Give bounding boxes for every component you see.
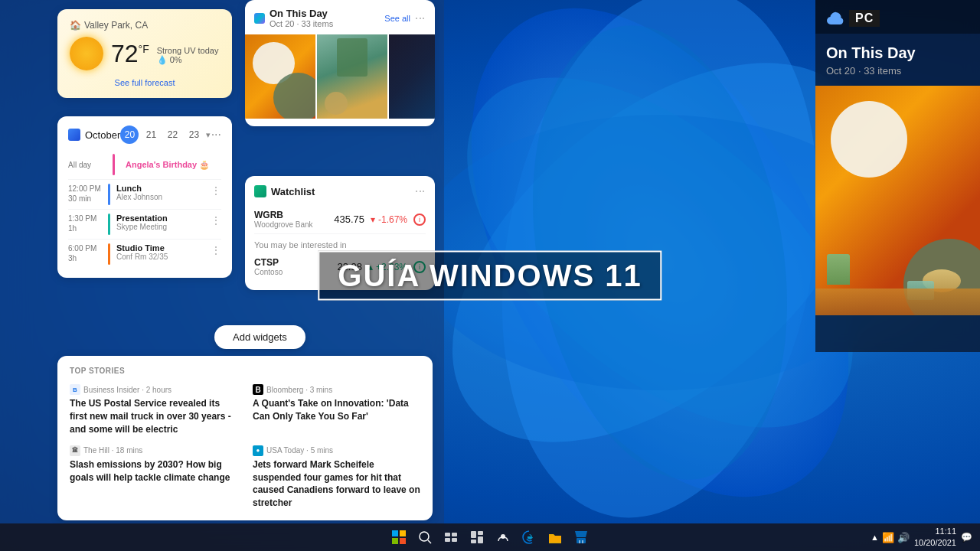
svg-rect-21 [577, 538, 586, 543]
calendar-days-nav: 20 21 22 23 ▾ [120, 126, 211, 144]
weather-rain: 💧 0% [157, 55, 219, 65]
photo-interior-bg [317, 34, 387, 119]
event-bar-orange [108, 243, 110, 265]
calendar-widget: October 20 21 22 23 ▾ ··· All day Angela… [57, 116, 232, 278]
photos-see-all-link[interactable]: See all [384, 14, 410, 23]
home-icon: 🏠 [70, 20, 81, 31]
see-forecast-link[interactable]: See full forecast [70, 78, 220, 87]
svg-point-10 [420, 532, 429, 541]
event-more-icon2[interactable]: ⋮ [211, 214, 221, 227]
taskbar: ▲ 📶 🔊 11:11 10/20/2021 💬 [0, 523, 980, 551]
hill-icon: 🏛 [70, 445, 80, 456]
svg-rect-12 [445, 533, 450, 536]
stocks-title: Watchlist [271, 186, 315, 197]
otd-circle1 [831, 101, 907, 178]
on-this-day-image[interactable] [815, 86, 980, 315]
event-bar-pink [113, 154, 115, 175]
start-button[interactable] [388, 527, 410, 548]
pc-logo: PC [849, 10, 880, 27]
store-button[interactable] [570, 527, 592, 548]
weather-temperature: 72°F [111, 41, 149, 66]
photos-more-button[interactable]: ⋮ [414, 13, 426, 24]
main-title-box: GUÍA WINDOWS 11 [318, 251, 662, 301]
weather-info: Strong UV today 💧 0% [157, 46, 219, 65]
photos-widget: On This Day Oct 20 · 33 items See all ⋮ [245, 0, 435, 126]
photos-title: On This Day [270, 8, 333, 19]
story-4-source: ● USA Today · 5 mins [253, 445, 420, 456]
bloomberg-icon: B [253, 384, 263, 395]
event-presentation: 1:30 PM1h Presentation Skype Meeting ⋮ [68, 210, 221, 240]
cal-chevron-icon[interactable]: ▾ [206, 130, 211, 140]
photo-interior[interactable] [317, 34, 387, 119]
svg-rect-6 [392, 530, 398, 536]
right-panel-header: PC [815, 0, 980, 34]
on-this-day-subtitle: Oct 20 · 33 items [815, 65, 980, 86]
event-more-icon[interactable]: ⋮ [211, 184, 221, 197]
weather-main: 72°F Strong UV today 💧 0% [70, 37, 220, 70]
story-4[interactable]: ● USA Today · 5 mins Jets forward Mark S… [253, 445, 420, 510]
photos-subtitle: Oct 20 · 33 items [270, 19, 333, 28]
calendar-header: October 20 21 22 23 ▾ ··· [68, 126, 221, 144]
top-stories-header: TOP STORIES [70, 367, 420, 375]
widgets-button[interactable] [466, 527, 488, 548]
taskbar-center [388, 527, 592, 548]
story-1-source: B Business Insider · 2 hours [70, 384, 237, 395]
calendar-more-button[interactable]: ··· [211, 128, 221, 142]
stock-down-icon: ▾ [371, 214, 375, 225]
story-1[interactable]: B Business Insider · 2 hours The US Post… [70, 384, 237, 435]
svg-rect-18 [471, 540, 476, 543]
chevron-up-icon[interactable]: ▲ [871, 533, 879, 542]
calendar-title-row: October [68, 129, 120, 141]
main-title-text: GUÍA WINDOWS 11 [338, 259, 642, 292]
top-stories-widget: TOP STORIES B Business Insider · 2 hours… [57, 356, 433, 520]
add-widgets-button[interactable]: Add widgets [214, 325, 305, 349]
svg-rect-15 [452, 538, 457, 542]
abstract-circle2 [273, 73, 315, 119]
stocks-icon [254, 185, 266, 197]
event-allday: All day Angela's Birthday 🎂 [68, 150, 221, 180]
stories-grid: B Business Insider · 2 hours The US Post… [70, 384, 420, 510]
calendar-icon [68, 129, 80, 141]
photo-abstract[interactable] [245, 34, 315, 119]
bi-icon: B [70, 384, 80, 395]
photo-abstract-bg [245, 34, 315, 119]
taskbar-right: ▲ 📶 🔊 11:11 10/20/2021 💬 [871, 526, 980, 549]
story-2[interactable]: B Bloomberg · 3 mins A Quant's Take on I… [253, 384, 420, 435]
edge-button[interactable] [518, 527, 540, 548]
photo-dark-bg [389, 34, 435, 119]
svg-rect-13 [452, 533, 457, 536]
task-view-button[interactable] [440, 527, 462, 548]
on-this-day-title: On This Day [815, 34, 980, 65]
svg-rect-14 [445, 538, 450, 542]
event-studio: 6:00 PM3h Studio Time Conf Rm 32/35 ⋮ [68, 240, 221, 269]
photo-dark[interactable] [389, 34, 435, 119]
taskbar-time: 11:11 [914, 526, 956, 537]
taskbar-clock[interactable]: 11:11 10/20/2021 [914, 526, 956, 549]
stock-row-wgrb: WGRB Woodgrove Bank 435.75 ▾ -1.67% i [254, 205, 426, 234]
taskbar-date: 10/20/2021 [914, 537, 956, 549]
notification-icon[interactable]: 💬 [961, 532, 972, 543]
main-title-overlay: GUÍA WINDOWS 11 [318, 251, 662, 301]
svg-point-20 [501, 534, 505, 539]
stocks-more-button[interactable]: ⋮ [414, 186, 426, 197]
wifi-icon[interactable]: 📶 [882, 532, 894, 543]
cal-day-23[interactable]: 23 [185, 126, 203, 144]
store-icon [573, 530, 589, 545]
weather-location: 🏠 Valley Park, CA [70, 20, 220, 31]
right-panel: PC On This Day Oct 20 · 33 items [815, 0, 980, 352]
weather-description: Strong UV today [157, 46, 219, 55]
event-more-icon3[interactable]: ⋮ [211, 244, 221, 256]
cal-day-20[interactable]: 20 [120, 126, 139, 144]
file-explorer-button[interactable] [544, 527, 566, 548]
cal-day-22[interactable]: 22 [163, 126, 181, 144]
sound-icon[interactable]: 🔊 [897, 532, 910, 543]
svg-rect-16 [471, 531, 476, 538]
story-3[interactable]: 🏛 The Hill · 18 mins Slash emissions by … [70, 445, 237, 510]
stock-info-icon[interactable]: i [413, 214, 426, 226]
svg-rect-9 [400, 538, 406, 544]
search-button[interactable] [414, 527, 436, 548]
svg-rect-17 [478, 531, 483, 535]
chat-button[interactable] [492, 527, 514, 548]
cal-day-21[interactable]: 21 [142, 126, 160, 144]
widgets-icon [470, 530, 484, 544]
